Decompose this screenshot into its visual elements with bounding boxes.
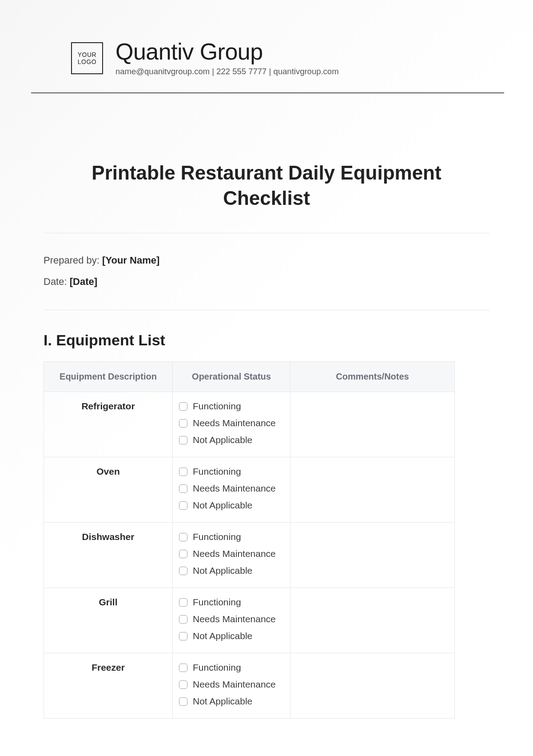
notes-cell[interactable] [290,457,455,523]
checkbox-icon[interactable] [179,501,187,510]
equipment-name: Freezer [44,653,173,719]
checkbox-icon[interactable] [179,419,187,428]
equipment-name: Oven [44,457,173,523]
checkbox-icon[interactable] [179,484,187,493]
status-option-label: Functioning [193,662,241,673]
checkbox-icon[interactable] [179,664,187,672]
status-option-label: Functioning [193,466,241,477]
col-header-status: Operational Status [173,362,290,392]
checkbox-icon[interactable] [179,697,187,706]
status-option[interactable]: Needs Maintenance [179,548,284,559]
brand-contact-line: name@quanitvgroup.com | 222 555 7777 | q… [115,67,339,76]
status-option-label: Needs Maintenance [193,548,276,559]
prepared-by-line: Prepared by: [Your Name] [44,255,489,266]
status-cell: FunctioningNeeds MaintenanceNot Applicab… [173,392,290,457]
checkbox-icon[interactable] [179,598,187,607]
notes-cell[interactable] [290,392,455,457]
table-row: DishwasherFunctioningNeeds MaintenanceNo… [44,523,455,588]
checkbox-icon[interactable] [179,567,187,575]
notes-cell[interactable] [290,523,455,588]
brand-phone: 222 555 7777 [216,67,266,76]
checkbox-icon[interactable] [179,402,187,411]
status-option[interactable]: Functioning [179,662,284,673]
brand-block: Quantiv Group name@quanitvgroup.com | 22… [115,40,339,76]
checkbox-icon[interactable] [179,533,187,541]
table-row: OvenFunctioningNeeds MaintenanceNot Appl… [44,457,455,523]
header-divider [31,92,504,93]
status-option-label: Functioning [193,597,241,608]
logo-placeholder: YOURLOGO [71,42,103,74]
status-option[interactable]: Not Applicable [179,435,284,445]
status-option[interactable]: Functioning [179,401,284,412]
date-value: [Date] [70,276,97,287]
status-option-label: Not Applicable [193,500,252,511]
status-option[interactable]: Functioning [179,597,284,608]
status-option-label: Needs Maintenance [193,418,276,428]
status-option[interactable]: Needs Maintenance [179,614,284,624]
checkbox-icon[interactable] [179,468,187,476]
date-line: Date: [Date] [44,276,489,288]
prepared-by-label: Prepared by: [44,255,99,266]
notes-cell[interactable] [290,653,455,719]
divider [44,310,489,310]
date-label: Date: [44,276,67,287]
status-cell: FunctioningNeeds MaintenanceNot Applicab… [173,653,290,719]
status-option-label: Needs Maintenance [193,483,276,494]
checkbox-icon[interactable] [179,436,187,444]
brand-name: Quantiv Group [115,40,339,63]
status-option-label: Not Applicable [193,435,252,445]
status-option-label: Functioning [193,532,241,542]
equipment-table: Equipment Description Operational Status… [44,361,455,719]
checkbox-icon[interactable] [179,680,187,689]
equipment-name: Grill [44,588,173,653]
divider-wrap [31,76,502,93]
letterhead: YOURLOGO Quantiv Group name@quanitvgroup… [31,0,502,76]
status-option[interactable]: Needs Maintenance [179,483,284,494]
table-row: GrillFunctioningNeeds MaintenanceNot App… [44,588,455,653]
table-header-row: Equipment Description Operational Status… [44,362,455,392]
status-option-label: Not Applicable [193,696,252,707]
divider [44,233,489,233]
table-row: FreezerFunctioningNeeds MaintenanceNot A… [44,653,455,719]
status-option[interactable]: Needs Maintenance [179,418,284,428]
status-option[interactable]: Not Applicable [179,565,284,576]
document-page: YOURLOGO Quantiv Group name@quanitvgroup… [0,0,533,719]
status-cell: FunctioningNeeds MaintenanceNot Applicab… [173,457,290,523]
equipment-name: Refrigerator [44,392,173,457]
status-option-label: Needs Maintenance [193,679,276,690]
status-option[interactable]: Functioning [179,466,284,477]
status-cell: FunctioningNeeds MaintenanceNot Applicab… [173,523,290,588]
brand-email: name@quanitvgroup.com [115,67,210,76]
checkbox-icon[interactable] [179,615,187,624]
document-body: Printable Restaurant Daily Equipment Che… [31,160,502,719]
prepared-by-value: [Your Name] [102,255,159,266]
status-option[interactable]: Not Applicable [179,500,284,511]
notes-cell[interactable] [290,588,455,653]
status-option-label: Needs Maintenance [193,614,276,624]
checkbox-icon[interactable] [179,550,187,558]
checkbox-icon[interactable] [179,632,187,640]
section-heading-equipment-list: I. Equipment List [44,332,489,349]
col-header-description: Equipment Description [44,362,173,392]
status-option[interactable]: Needs Maintenance [179,679,284,690]
status-cell: FunctioningNeeds MaintenanceNot Applicab… [173,588,290,653]
logo-placeholder-text: YOURLOGO [78,51,96,65]
equipment-name: Dishwasher [44,523,173,588]
brand-website: quantivgroup.com [273,67,338,76]
table-row: RefrigeratorFunctioningNeeds Maintenance… [44,392,455,457]
status-option[interactable]: Not Applicable [179,696,284,707]
status-option-label: Functioning [193,401,241,412]
document-title: Printable Restaurant Daily Equipment Che… [71,160,462,211]
status-option-label: Not Applicable [193,631,252,641]
status-option[interactable]: Functioning [179,532,284,542]
status-option-label: Not Applicable [193,565,252,576]
status-option[interactable]: Not Applicable [179,631,284,641]
col-header-notes: Comments/Notes [290,362,455,392]
